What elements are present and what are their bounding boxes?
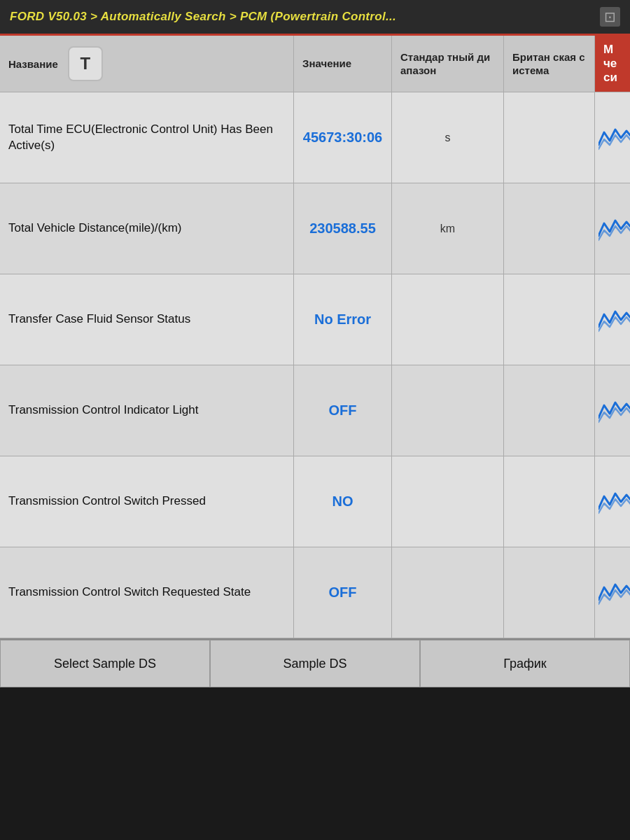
cell-value-2: No Error: [294, 274, 392, 365]
cell-name-0: Total Time ECU(Electronic Control Unit) …: [0, 92, 294, 183]
header-partial-cell: М че си: [595, 36, 630, 92]
cell-name-2: Transfer Case Fluid Sensor Status: [0, 274, 294, 365]
cell-value-5: OFF: [294, 547, 392, 638]
cell-british-4: [504, 456, 595, 547]
select-sample-button[interactable]: Select Sample DS: [0, 640, 210, 687]
table-row: Transmission Control Switch Requested St…: [0, 547, 630, 638]
cell-name-3: Transmission Control Indicator Light: [0, 365, 294, 456]
table-row: Transmission Control Switch Pressed NO: [0, 456, 630, 547]
table-row: Total Time ECU(Electronic Control Unit) …: [0, 92, 630, 183]
bottom-bar: Select Sample DS Sample DS График: [0, 638, 630, 687]
cell-british-0: [504, 92, 595, 183]
graph-button[interactable]: График: [420, 640, 630, 687]
cell-graph-0[interactable]: [595, 92, 630, 183]
cell-standard-0: s: [392, 92, 504, 183]
cell-standard-4: [392, 456, 504, 547]
header-british-label: Британ ская с истема: [512, 50, 586, 78]
cell-graph-5[interactable]: [595, 547, 630, 638]
header-british-cell: Британ ская с истема: [504, 36, 595, 92]
cell-graph-4[interactable]: [595, 456, 630, 547]
header-standard-label: Стандар тный ди апазон: [400, 50, 495, 78]
cell-value-0: 45673:30:06: [294, 92, 392, 183]
header-value-label: Значение: [302, 57, 351, 71]
cell-british-1: [504, 183, 595, 274]
menu-icon[interactable]: ⊡: [600, 7, 620, 27]
data-table: Название T Значение Стандар тный ди апаз…: [0, 36, 630, 638]
sample-ds-button[interactable]: Sample DS: [210, 640, 420, 687]
header-name-label: Название: [8, 58, 58, 70]
table-row: Total Vehicle Distance(mile)/(km) 230588…: [0, 183, 630, 274]
table-row: Transfer Case Fluid Sensor Status No Err…: [0, 274, 630, 365]
header-value-cell: Значение: [294, 36, 392, 92]
cell-standard-2: [392, 274, 504, 365]
cell-standard-1: km: [392, 183, 504, 274]
table-header: Название T Значение Стандар тный ди апаз…: [0, 36, 630, 92]
cell-standard-5: [392, 547, 504, 638]
table-row: Transmission Control Indicator Light OFF: [0, 365, 630, 456]
header-name-cell: Название T: [0, 36, 294, 92]
cell-british-5: [504, 547, 595, 638]
cell-value-1: 230588.55: [294, 183, 392, 274]
cell-graph-1[interactable]: [595, 183, 630, 274]
t-filter-button[interactable]: T: [68, 46, 103, 81]
cell-graph-2[interactable]: [595, 274, 630, 365]
cell-name-5: Transmission Control Switch Requested St…: [0, 547, 294, 638]
cell-standard-3: [392, 365, 504, 456]
table-body: Total Time ECU(Electronic Control Unit) …: [0, 92, 630, 638]
cell-value-4: NO: [294, 456, 392, 547]
cell-british-3: [504, 365, 595, 456]
cell-british-2: [504, 274, 595, 365]
header-standard-cell: Стандар тный ди апазон: [392, 36, 504, 92]
cell-graph-3[interactable]: [595, 365, 630, 456]
cell-name-4: Transmission Control Switch Pressed: [0, 456, 294, 547]
cell-value-3: OFF: [294, 365, 392, 456]
breadcrumb: FORD V50.03 > Automatically Search > PCM…: [10, 10, 396, 24]
cell-name-1: Total Vehicle Distance(mile)/(km): [0, 183, 294, 274]
top-bar: FORD V50.03 > Automatically Search > PCM…: [0, 0, 630, 36]
header-partial-label: М че си: [603, 43, 628, 85]
